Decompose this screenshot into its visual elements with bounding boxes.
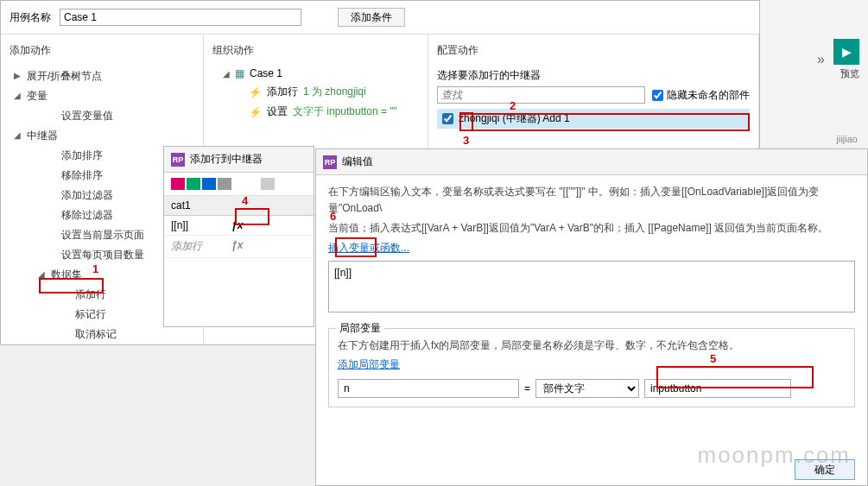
add-row-modal-title: 添加行到中继器 (190, 152, 263, 167)
local-variables-header: 局部变量 (336, 321, 384, 336)
chevron-down-icon: ◢ (35, 269, 48, 279)
tree-repeater[interactable]: ◢中继器 (11, 126, 203, 146)
lightning-icon: ⚡ (249, 106, 262, 118)
tree-unmark-row[interactable]: 取消标记 (54, 325, 203, 344)
rp-icon: RP (171, 153, 185, 167)
add-condition-button[interactable]: 添加条件 (338, 8, 405, 27)
case-name-input[interactable] (60, 9, 301, 26)
hide-unnamed-checkbox[interactable]: 隐藏未命名的部件 (652, 88, 750, 103)
edit-value-modal: RP 编辑值 在下方编辑区输入文本，变量名称或表达式要写在 "[[""]]" 中… (315, 148, 868, 486)
grid-row[interactable]: [[n]] ƒx (164, 216, 314, 236)
add-local-var-link[interactable]: 添加局部变量 (338, 358, 400, 370)
fx-button[interactable]: ƒx (231, 219, 243, 231)
preview-label: 预览 (840, 67, 859, 80)
select-repeater-label: 选择要添加行的中继器 (437, 65, 750, 86)
fx-button[interactable]: ƒx (231, 239, 243, 254)
expression-textarea[interactable]: [[n]] (328, 261, 855, 312)
grid-cell-value: [[n]] (171, 219, 231, 231)
case-action-addrow[interactable]: ⚡ 添加行 1 为 zhongjiqi (204, 82, 428, 102)
repeater-item-check[interactable] (442, 113, 453, 124)
local-var-type-select[interactable]: 部件文字 (535, 379, 639, 398)
case-name-label: 用例名称 (10, 10, 51, 25)
case-label: Case 1 (250, 67, 282, 79)
configure-action-header: 配置动作 (428, 40, 758, 61)
tree-variable[interactable]: ◢变量 (11, 86, 203, 106)
chevron-down-icon: ◢ (11, 130, 23, 140)
toolbar (164, 173, 314, 196)
chevron-down-icon: ◢ (11, 91, 23, 100)
repeater-item-label: zhongjiqi (中继器) Add 1 (459, 111, 570, 126)
menu-icon[interactable]: » (817, 52, 825, 67)
local-var-instruction: 在下方创建用于插入fx的局部变量，局部变量名称必须是字母、数字，不允许包含空格。 (338, 338, 846, 354)
local-variables-fieldset: 局部变量 在下方创建用于插入fx的局部变量，局部变量名称必须是字母、数字，不允许… (328, 328, 855, 407)
case-action-settext[interactable]: ⚡ 设置 文字于 inputbutton = "" (204, 102, 428, 122)
instruction-1: 在下方编辑区输入文本，变量名称或表达式要写在 "[[""]]" 中。例如：插入变… (328, 184, 855, 217)
organize-action-header: 组织动作 (204, 40, 428, 61)
edit-value-modal-title: 编辑值 (342, 155, 373, 169)
add-row-modal: RP 添加行到中继器 cat1 [[n]] ƒx 添加行 ƒx (163, 146, 314, 327)
lightning-icon: ⚡ (249, 86, 262, 98)
repeater-item-row[interactable]: zhongjiqi (中继器) Add 1 (437, 109, 750, 129)
right-panel: » ▶ 预览 (756, 0, 868, 147)
insert-variable-link[interactable]: 插入变量或函数... (328, 242, 409, 254)
local-var-name-input[interactable] (338, 379, 519, 398)
ok-button[interactable]: 确定 (795, 459, 855, 480)
grid-col-header: cat1 (171, 199, 231, 211)
case-row[interactable]: ◢ ▦ Case 1 (204, 65, 428, 82)
rp-icon: RP (323, 155, 337, 169)
preview-button[interactable]: ▶ (833, 39, 859, 65)
tree-expand-collapse[interactable]: ▶展开/折叠树节点 (11, 66, 203, 86)
grid-add-row[interactable]: 添加行 ƒx (164, 236, 314, 258)
find-input[interactable] (437, 86, 645, 104)
equals-label: = (524, 382, 530, 394)
tree-set-var[interactable]: 设置变量值 (41, 106, 203, 126)
instruction-2: 当前值；插入表达式[[VarA + VarB]]返回值为"VarA + VarB… (328, 220, 855, 237)
chevron-right-icon: ▶ (11, 71, 23, 80)
jiijiao-label: jiijiao (837, 134, 858, 144)
hide-unnamed-check[interactable] (652, 90, 663, 101)
local-var-target-input[interactable] (644, 379, 791, 398)
add-action-header: 添加动作 (1, 40, 203, 61)
chevron-down-icon: ◢ (223, 69, 230, 79)
